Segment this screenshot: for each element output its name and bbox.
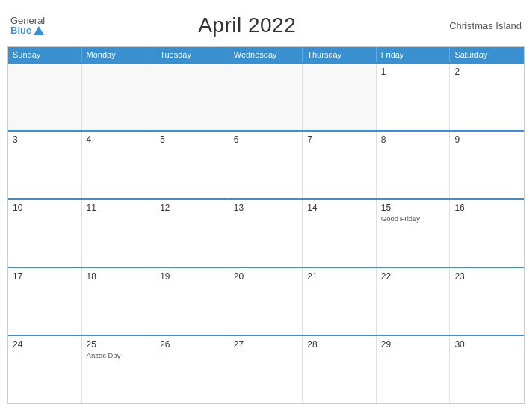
day-number: 10	[13, 203, 77, 213]
day-cell: 17	[8, 268, 82, 335]
day-number: 5	[160, 135, 224, 145]
day-number: 21	[307, 271, 371, 282]
logo-blue-text: Blue	[10, 25, 45, 35]
day-header: Sunday	[8, 47, 82, 62]
day-cell: 25Anzac Day	[82, 336, 156, 403]
day-header: Saturday	[450, 47, 524, 62]
day-cell: 22	[377, 268, 451, 335]
week-row-1: 12	[8, 62, 524, 130]
day-number: 16	[454, 203, 519, 213]
day-number: 7	[307, 135, 371, 145]
day-cell	[82, 64, 156, 130]
holiday-label: Good Friday	[381, 214, 445, 223]
day-cell: 6	[229, 132, 303, 198]
day-number: 4	[87, 135, 151, 145]
day-cell: 24	[8, 336, 82, 403]
day-number: 18	[87, 271, 151, 282]
day-cell: 26	[155, 336, 229, 403]
week-row-3: 101112131415Good Friday16	[8, 198, 524, 266]
day-cell: 7	[303, 132, 377, 198]
week-row-4: 17181920212223	[8, 267, 524, 335]
day-cell: 2	[450, 64, 524, 130]
logo-triangle-icon	[34, 26, 44, 35]
day-cell	[8, 64, 82, 130]
day-number: 20	[234, 271, 298, 282]
day-number: 24	[13, 339, 77, 350]
day-number: 25	[87, 339, 151, 350]
calendar-grid: SundayMondayTuesdayWednesdayThursdayFrid…	[7, 46, 525, 404]
day-cell: 28	[303, 336, 377, 403]
day-cell: 9	[450, 132, 524, 198]
location-label: Christmas Island	[449, 20, 522, 31]
day-number: 30	[454, 339, 519, 350]
day-number: 28	[307, 339, 371, 350]
day-cell	[229, 64, 303, 130]
day-number: 11	[87, 203, 151, 213]
day-cell: 19	[155, 268, 229, 335]
day-cell: 21	[303, 268, 377, 335]
day-cell: 20	[229, 268, 303, 335]
day-cell: 8	[377, 132, 451, 198]
day-cell: 1	[377, 64, 451, 130]
week-row-2: 3456789	[8, 130, 524, 198]
day-header: Friday	[377, 47, 451, 62]
day-header: Monday	[82, 47, 156, 62]
day-number: 23	[454, 271, 519, 282]
day-number: 26	[160, 339, 224, 350]
day-cell: 27	[229, 336, 303, 403]
day-number: 1	[381, 67, 445, 77]
day-header: Tuesday	[155, 47, 229, 62]
logo: General Blue	[10, 16, 45, 35]
day-number: 2	[454, 67, 519, 77]
week-row-5: 2425Anzac Day2627282930	[8, 335, 524, 403]
day-number: 22	[381, 271, 445, 282]
weeks-container: 123456789101112131415Good Friday16171819…	[8, 62, 524, 403]
day-cell: 13	[229, 200, 303, 266]
day-cell	[155, 64, 229, 130]
day-number: 19	[160, 271, 224, 282]
day-headers-row: SundayMondayTuesdayWednesdayThursdayFrid…	[8, 47, 524, 62]
day-number: 29	[381, 339, 445, 350]
calendar-header: General Blue April 2022 Christmas Island	[7, 7, 525, 46]
day-number: 15	[381, 203, 445, 213]
day-cell: 12	[155, 200, 229, 266]
day-cell: 23	[450, 268, 524, 335]
day-cell: 3	[8, 132, 82, 198]
day-cell: 4	[82, 132, 156, 198]
day-header: Thursday	[303, 47, 377, 62]
day-number: 12	[160, 203, 224, 213]
day-cell: 16	[450, 200, 524, 266]
day-cell: 29	[377, 336, 451, 403]
day-cell: 11	[82, 200, 156, 266]
day-cell: 10	[8, 200, 82, 266]
day-number: 13	[234, 203, 298, 213]
holiday-label: Anzac Day	[87, 351, 151, 359]
day-number: 3	[13, 135, 77, 145]
day-cell: 30	[450, 336, 524, 403]
day-number: 6	[234, 135, 298, 145]
day-number: 17	[13, 271, 77, 282]
day-cell	[303, 64, 377, 130]
calendar-title: April 2022	[198, 13, 296, 37]
day-number: 9	[454, 135, 519, 145]
day-number: 8	[381, 135, 445, 145]
day-number: 14	[307, 203, 371, 213]
day-number: 27	[234, 339, 298, 350]
day-header: Wednesday	[229, 47, 303, 62]
day-cell: 18	[82, 268, 156, 335]
day-cell: 14	[303, 200, 377, 266]
day-cell: 15Good Friday	[377, 200, 451, 266]
day-cell: 5	[155, 132, 229, 198]
